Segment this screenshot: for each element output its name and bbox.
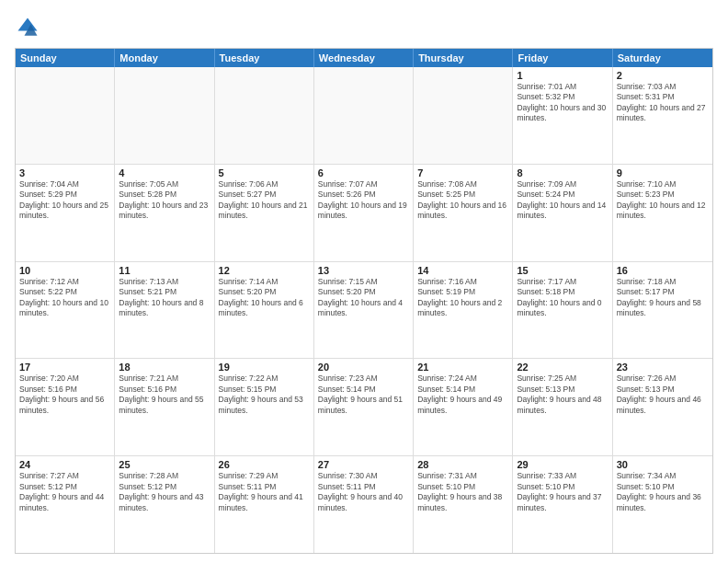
day-number: 12 xyxy=(219,265,310,276)
day-info: Sunrise: 7:30 AMSunset: 5:11 PMDaylight:… xyxy=(318,471,409,513)
calendar-cell: 14Sunrise: 7:16 AMSunset: 5:19 PMDayligh… xyxy=(414,262,513,359)
day-info: Sunrise: 7:08 AMSunset: 5:25 PMDaylight:… xyxy=(417,179,508,222)
calendar-cell: 24Sunrise: 7:27 AMSunset: 5:12 PMDayligh… xyxy=(16,456,115,553)
day-info: Sunrise: 7:04 AMSunset: 5:29 PMDaylight:… xyxy=(19,179,110,222)
day-info: Sunrise: 7:27 AMSunset: 5:12 PMDaylight:… xyxy=(19,471,110,513)
day-number: 30 xyxy=(617,459,709,470)
weekday-header-thursday: Thursday xyxy=(414,49,513,67)
day-number: 17 xyxy=(19,362,110,373)
day-info: Sunrise: 7:10 AMSunset: 5:23 PMDaylight:… xyxy=(617,179,709,222)
day-info: Sunrise: 7:15 AMSunset: 5:20 PMDaylight:… xyxy=(318,277,409,319)
calendar-cell: 5Sunrise: 7:06 AMSunset: 5:27 PMDaylight… xyxy=(215,165,314,261)
day-number: 5 xyxy=(219,167,310,178)
calendar-cell: 30Sunrise: 7:34 AMSunset: 5:10 PMDayligh… xyxy=(613,456,712,553)
calendar-cell xyxy=(314,67,414,164)
weekday-header-monday: Monday xyxy=(115,49,214,67)
calendar-cell: 28Sunrise: 7:31 AMSunset: 5:10 PMDayligh… xyxy=(414,456,513,553)
calendar-cell: 13Sunrise: 7:15 AMSunset: 5:20 PMDayligh… xyxy=(314,262,414,359)
day-info: Sunrise: 7:06 AMSunset: 5:27 PMDaylight:… xyxy=(219,179,310,222)
calendar-cell: 23Sunrise: 7:26 AMSunset: 5:13 PMDayligh… xyxy=(613,359,712,455)
day-number: 29 xyxy=(517,459,608,470)
day-info: Sunrise: 7:01 AMSunset: 5:32 PMDaylight:… xyxy=(517,82,608,124)
day-number: 22 xyxy=(517,362,608,373)
calendar-row-3: 10Sunrise: 7:12 AMSunset: 5:22 PMDayligh… xyxy=(16,262,712,360)
calendar-cell: 11Sunrise: 7:13 AMSunset: 5:21 PMDayligh… xyxy=(115,262,214,359)
day-info: Sunrise: 7:23 AMSunset: 5:14 PMDaylight:… xyxy=(318,373,409,416)
day-info: Sunrise: 7:21 AMSunset: 5:16 PMDaylight:… xyxy=(119,373,210,416)
calendar-cell: 22Sunrise: 7:25 AMSunset: 5:13 PMDayligh… xyxy=(513,359,612,455)
calendar-cell xyxy=(16,67,115,164)
calendar-cell: 8Sunrise: 7:09 AMSunset: 5:24 PMDaylight… xyxy=(513,165,612,261)
weekday-header-sunday: Sunday xyxy=(16,49,115,67)
calendar-cell: 19Sunrise: 7:22 AMSunset: 5:15 PMDayligh… xyxy=(215,359,314,455)
calendar-row-5: 24Sunrise: 7:27 AMSunset: 5:12 PMDayligh… xyxy=(16,456,712,553)
calendar-cell: 6Sunrise: 7:07 AMSunset: 5:26 PMDaylight… xyxy=(314,165,414,261)
weekday-header-saturday: Saturday xyxy=(613,49,712,67)
weekday-header-tuesday: Tuesday xyxy=(215,49,314,67)
day-info: Sunrise: 7:33 AMSunset: 5:10 PMDaylight:… xyxy=(517,471,608,513)
calendar-cell: 16Sunrise: 7:18 AMSunset: 5:17 PMDayligh… xyxy=(613,262,712,359)
calendar-cell: 20Sunrise: 7:23 AMSunset: 5:14 PMDayligh… xyxy=(314,359,414,455)
day-info: Sunrise: 7:26 AMSunset: 5:13 PMDaylight:… xyxy=(617,373,709,416)
day-number: 16 xyxy=(617,265,709,276)
calendar-cell: 12Sunrise: 7:14 AMSunset: 5:20 PMDayligh… xyxy=(215,262,314,359)
day-info: Sunrise: 7:22 AMSunset: 5:15 PMDaylight:… xyxy=(219,373,310,416)
day-info: Sunrise: 7:20 AMSunset: 5:16 PMDaylight:… xyxy=(19,373,110,416)
day-info: Sunrise: 7:16 AMSunset: 5:19 PMDaylight:… xyxy=(417,277,508,319)
day-number: 25 xyxy=(119,459,210,470)
calendar-cell: 25Sunrise: 7:28 AMSunset: 5:12 PMDayligh… xyxy=(115,456,214,553)
day-info: Sunrise: 7:28 AMSunset: 5:12 PMDaylight:… xyxy=(119,471,210,513)
weekday-header-friday: Friday xyxy=(513,49,612,67)
calendar-cell: 18Sunrise: 7:21 AMSunset: 5:16 PMDayligh… xyxy=(115,359,214,455)
svg-marker-0 xyxy=(18,18,38,31)
page-header xyxy=(15,15,713,40)
day-info: Sunrise: 7:03 AMSunset: 5:31 PMDaylight:… xyxy=(617,82,709,124)
day-number: 13 xyxy=(318,265,409,276)
day-info: Sunrise: 7:34 AMSunset: 5:10 PMDaylight:… xyxy=(617,471,709,513)
calendar-body: 1Sunrise: 7:01 AMSunset: 5:32 PMDaylight… xyxy=(16,67,712,553)
day-number: 18 xyxy=(119,362,210,373)
day-info: Sunrise: 7:18 AMSunset: 5:17 PMDaylight:… xyxy=(617,277,709,319)
calendar-cell xyxy=(414,67,513,164)
calendar: SundayMondayTuesdayWednesdayThursdayFrid… xyxy=(15,48,713,554)
day-info: Sunrise: 7:24 AMSunset: 5:14 PMDaylight:… xyxy=(417,373,508,416)
calendar-row-4: 17Sunrise: 7:20 AMSunset: 5:16 PMDayligh… xyxy=(16,359,712,456)
day-number: 27 xyxy=(318,459,409,470)
day-number: 3 xyxy=(19,167,110,178)
calendar-cell: 2Sunrise: 7:03 AMSunset: 5:31 PMDaylight… xyxy=(613,67,712,164)
calendar-cell: 27Sunrise: 7:30 AMSunset: 5:11 PMDayligh… xyxy=(314,456,414,553)
day-info: Sunrise: 7:07 AMSunset: 5:26 PMDaylight:… xyxy=(318,179,409,222)
day-number: 1 xyxy=(517,70,608,81)
day-number: 2 xyxy=(617,70,709,81)
day-number: 7 xyxy=(417,167,508,178)
calendar-header: SundayMondayTuesdayWednesdayThursdayFrid… xyxy=(16,49,712,67)
calendar-row-2: 3Sunrise: 7:04 AMSunset: 5:29 PMDaylight… xyxy=(16,165,712,262)
day-info: Sunrise: 7:12 AMSunset: 5:22 PMDaylight:… xyxy=(19,277,110,319)
day-number: 9 xyxy=(617,167,709,178)
calendar-cell: 3Sunrise: 7:04 AMSunset: 5:29 PMDaylight… xyxy=(16,165,115,261)
calendar-cell: 29Sunrise: 7:33 AMSunset: 5:10 PMDayligh… xyxy=(513,456,612,553)
day-number: 26 xyxy=(219,459,310,470)
calendar-cell: 26Sunrise: 7:29 AMSunset: 5:11 PMDayligh… xyxy=(215,456,314,553)
calendar-cell: 10Sunrise: 7:12 AMSunset: 5:22 PMDayligh… xyxy=(16,262,115,359)
calendar-cell: 1Sunrise: 7:01 AMSunset: 5:32 PMDaylight… xyxy=(513,67,612,164)
logo-icon xyxy=(15,15,40,40)
day-number: 14 xyxy=(417,265,508,276)
day-number: 23 xyxy=(617,362,709,373)
day-number: 19 xyxy=(219,362,310,373)
day-info: Sunrise: 7:13 AMSunset: 5:21 PMDaylight:… xyxy=(119,277,210,319)
day-info: Sunrise: 7:29 AMSunset: 5:11 PMDaylight:… xyxy=(219,471,310,513)
day-info: Sunrise: 7:31 AMSunset: 5:10 PMDaylight:… xyxy=(417,471,508,513)
day-number: 4 xyxy=(119,167,210,178)
calendar-row-1: 1Sunrise: 7:01 AMSunset: 5:32 PMDaylight… xyxy=(16,67,712,165)
calendar-cell: 17Sunrise: 7:20 AMSunset: 5:16 PMDayligh… xyxy=(16,359,115,455)
day-number: 15 xyxy=(517,265,608,276)
calendar-cell: 9Sunrise: 7:10 AMSunset: 5:23 PMDaylight… xyxy=(613,165,712,261)
day-info: Sunrise: 7:17 AMSunset: 5:18 PMDaylight:… xyxy=(517,277,608,319)
day-number: 21 xyxy=(417,362,508,373)
calendar-cell: 21Sunrise: 7:24 AMSunset: 5:14 PMDayligh… xyxy=(414,359,513,455)
day-number: 11 xyxy=(119,265,210,276)
day-number: 24 xyxy=(19,459,110,470)
calendar-cell xyxy=(115,67,214,164)
calendar-cell: 15Sunrise: 7:17 AMSunset: 5:18 PMDayligh… xyxy=(513,262,612,359)
